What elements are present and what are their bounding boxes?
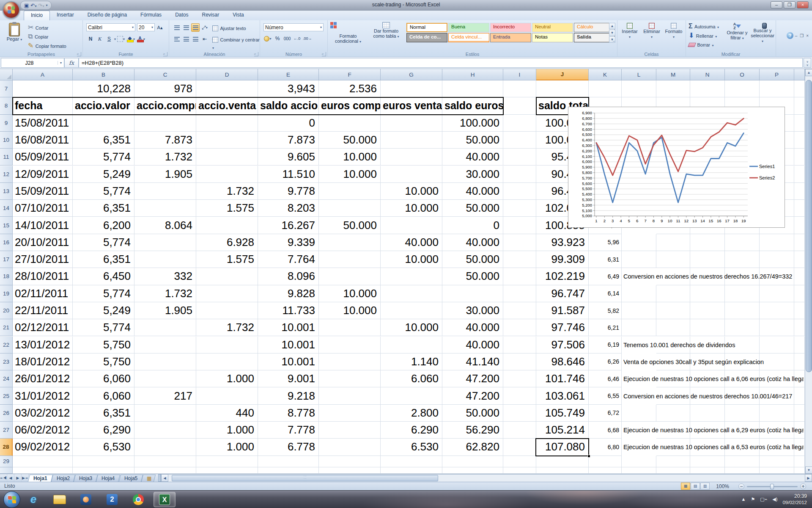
cell-I7[interactable] <box>503 80 536 97</box>
cell-M17[interactable] <box>656 251 690 268</box>
row-header-28[interactable]: 28 <box>0 439 13 456</box>
cell-H7[interactable] <box>442 80 503 97</box>
cell-F23[interactable] <box>319 353 381 370</box>
ribbon-tab-f-rmulas[interactable]: Fórmulas <box>134 11 168 20</box>
cell-G26[interactable]: 2.800 <box>381 405 442 422</box>
row-header-23[interactable]: 23 <box>0 353 13 370</box>
sheet-tab-hoja4[interactable]: Hoja4 <box>96 475 121 482</box>
cell-J18[interactable]: 102.219 <box>536 268 589 285</box>
row-header-10[interactable]: 10 <box>0 132 13 149</box>
cell-F29[interactable] <box>319 456 381 467</box>
cell-A30[interactable] <box>13 467 73 474</box>
cell-G29[interactable] <box>381 456 442 467</box>
cell-G18[interactable] <box>381 268 442 285</box>
cell-B23[interactable]: 5,750 <box>73 353 134 370</box>
cell-N29[interactable] <box>690 456 725 467</box>
row-header-27[interactable]: 27 <box>0 422 13 439</box>
cell-H11[interactable]: 40.000 <box>442 149 503 166</box>
cell-x26[interactable] <box>794 405 805 422</box>
row-header-18[interactable]: 18 <box>0 268 13 285</box>
cell-J17[interactable]: 99.309 <box>536 251 589 268</box>
cell-A21[interactable]: 02/12/2011 <box>13 319 73 336</box>
cell-L30[interactable] <box>622 467 656 474</box>
cell-F8[interactable]: euros compra <box>319 97 381 114</box>
cell-I25[interactable] <box>503 387 536 404</box>
cell-H26[interactable]: 50.000 <box>442 405 503 422</box>
cell-style-3[interactable]: Neutral <box>532 23 573 32</box>
cell-F14[interactable] <box>319 200 381 217</box>
insert-cells-button[interactable]: Insertar▾ <box>619 23 640 39</box>
cell-P29[interactable] <box>760 456 794 467</box>
decrease-decimal-button[interactable]: .00→ <box>302 34 313 43</box>
column-header-C[interactable]: C <box>134 69 196 80</box>
cell-J29[interactable] <box>536 456 589 467</box>
column-header-D[interactable]: D <box>196 69 258 80</box>
cell-C9[interactable] <box>134 115 196 132</box>
cell-O16[interactable] <box>725 234 760 251</box>
workbook-minimize-icon[interactable]: – <box>795 33 798 38</box>
cell-A16[interactable]: 20/10/2011 <box>13 234 73 251</box>
start-button[interactable] <box>3 491 20 508</box>
cell-H18[interactable]: 50.000 <box>442 268 503 285</box>
cell-I17[interactable] <box>503 251 536 268</box>
cell-G30[interactable] <box>381 467 442 474</box>
cell-B20[interactable]: 5,249 <box>73 302 134 319</box>
cell-P26[interactable] <box>760 405 794 422</box>
cell-C16[interactable] <box>134 234 196 251</box>
cell-D29[interactable] <box>196 456 258 467</box>
row-header-21[interactable]: 21 <box>0 319 13 336</box>
insert-function-button[interactable]: fx <box>64 58 79 68</box>
cell-H27[interactable]: 56.290 <box>442 422 503 439</box>
cell-F9[interactable] <box>319 115 381 132</box>
row-header-8[interactable]: 8 <box>0 97 13 114</box>
formula-input[interactable]: =H28+(E28*B28) <box>79 58 803 68</box>
scroll-right-icon[interactable]: ▶ <box>805 474 812 482</box>
close-button[interactable]: × <box>797 1 809 8</box>
column-header-O[interactable]: O <box>725 69 760 80</box>
cell-L20[interactable] <box>622 302 656 319</box>
cell-E13[interactable]: 9.778 <box>258 183 319 200</box>
fill-handle[interactable] <box>587 455 590 458</box>
conditional-formatting-button[interactable]: Formato condicional ▾ <box>330 22 366 44</box>
number-format-select[interactable]: Número▾ <box>263 23 324 31</box>
cell-x30[interactable] <box>794 467 805 474</box>
cell-H9[interactable]: 100.000 <box>442 115 503 132</box>
font-name-select[interactable]: Calibri▾ <box>86 23 135 31</box>
cell-x16[interactable] <box>794 234 805 251</box>
cell-J25[interactable]: 103.061 <box>536 387 589 404</box>
cell-D7[interactable] <box>196 80 258 97</box>
cell-C20[interactable]: 1.905 <box>134 302 196 319</box>
cell-K22[interactable]: 6,19 <box>589 337 622 353</box>
number-dialog-launcher[interactable]: ⌐ <box>322 52 326 56</box>
column-header-I[interactable]: I <box>503 69 536 80</box>
cell-D19[interactable] <box>196 285 258 302</box>
cell-G13[interactable]: 10.000 <box>381 183 442 200</box>
align-middle-button[interactable] <box>182 23 190 32</box>
taskbar-item-excel[interactable]: X <box>154 492 176 507</box>
cell-E30[interactable] <box>258 467 319 474</box>
cell-H15[interactable]: 0 <box>442 217 503 234</box>
cell-K7[interactable] <box>589 80 622 97</box>
cell-C26[interactable] <box>134 405 196 422</box>
cell-B16[interactable]: 5,774 <box>73 234 134 251</box>
cell-A17[interactable]: 27/10/2011 <box>13 251 73 268</box>
cell-P30[interactable] <box>760 467 794 474</box>
cell-style-8[interactable]: Notas <box>532 33 573 42</box>
cell-B25[interactable]: 6,060 <box>73 387 134 404</box>
cell-N21[interactable] <box>690 319 725 336</box>
cell-O26[interactable] <box>725 405 760 422</box>
cell-B7[interactable]: 10,228 <box>73 80 134 97</box>
cell-H12[interactable]: 30.000 <box>442 166 503 183</box>
row-header-15[interactable]: 15 <box>0 217 13 234</box>
cell-x19[interactable] <box>794 285 805 302</box>
column-header-N[interactable]: N <box>690 69 725 80</box>
cell-F22[interactable] <box>319 337 381 353</box>
cell-G8[interactable]: euros venta <box>381 97 442 114</box>
cell-H14[interactable]: 50.000 <box>442 200 503 217</box>
cell-A29[interactable] <box>13 456 73 467</box>
cell-E14[interactable]: 8.203 <box>258 200 319 217</box>
column-header-K[interactable]: K <box>589 69 622 80</box>
cell-G16[interactable]: 40.000 <box>381 234 442 251</box>
vertical-scroll-thumb[interactable] <box>806 80 812 372</box>
workbook-close-icon[interactable]: × <box>806 33 809 38</box>
